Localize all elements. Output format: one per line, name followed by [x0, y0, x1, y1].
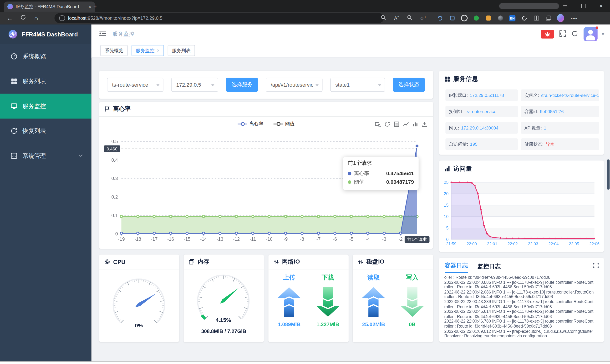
card-header: CPU — [99, 255, 179, 269]
info-field-total-visits: 总访问量:195 — [445, 138, 518, 150]
breadcrumb[interactable]: 服务监控 — [112, 31, 134, 38]
memory-icon — [189, 259, 194, 264]
legend-item-eccentricity[interactable]: 离心率 — [238, 120, 264, 127]
read-aloud-icon[interactable]: A^ — [390, 15, 403, 21]
logs-fullscreen-button[interactable] — [593, 263, 599, 270]
svg-text:22:02: 22:02 — [508, 241, 518, 246]
address-tools: A^ ☆+ — [377, 12, 429, 25]
sphere-extension-icon[interactable] — [497, 14, 504, 21]
fullscreen-icon — [559, 30, 566, 37]
app-logo-icon — [8, 29, 18, 39]
sidebar-item-overview[interactable]: 系统概览 — [0, 44, 92, 69]
caret-down-icon — [211, 84, 215, 86]
address-bar[interactable]: i localhost:9528/#/monitor/index?ip=172.… — [54, 13, 384, 23]
sidebar-logo[interactable]: FFR4MS DashBoard — [0, 25, 92, 44]
svg-text:0%: 0% — [135, 322, 143, 328]
tab-close-icon[interactable]: × — [88, 4, 91, 10]
card-header: 访问量 — [439, 160, 604, 177]
avatar-caret-icon[interactable] — [601, 33, 605, 36]
swirl-extension-icon[interactable] — [521, 14, 528, 21]
browser-titlebar: 服务监控 - FFR4MS DashBoard × + × — [0, 0, 610, 12]
browser-profile-avatar[interactable] — [557, 14, 564, 21]
eccentricity-card: 离心率 离心率 阈值 00.10.20.30.40.5-19-18-17-16-… — [99, 102, 433, 249]
card-header: 网络IO — [269, 255, 349, 269]
svg-text:-16: -16 — [167, 236, 174, 242]
tag-overview[interactable]: 系统概览 — [100, 45, 127, 56]
info-field-gateway: 网关:172.29.0.14:30004 — [445, 122, 518, 134]
favorites-icon[interactable]: ☆+ — [416, 15, 430, 21]
visual-search-icon[interactable] — [377, 14, 390, 21]
browser-menu-button[interactable]: ••• — [571, 15, 578, 21]
tab-title: 服务监控 - FFR4MS DashBoard — [15, 4, 86, 10]
data-zoom-icon[interactable] — [375, 121, 381, 127]
card-header: 磁盘IO — [353, 255, 433, 269]
svg-text:25: 25 — [444, 180, 448, 185]
service-select[interactable]: ts-route-service — [107, 78, 163, 92]
ime-language-badge[interactable]: EN — [509, 14, 516, 21]
back-button[interactable]: ← — [3, 14, 16, 21]
upload-arrow-icon — [277, 286, 301, 318]
tab-monitor-logs[interactable]: 监控日志 — [477, 263, 501, 273]
select-state-button[interactable]: 选择状态 — [393, 78, 425, 92]
tag-close-icon[interactable]: × — [157, 48, 159, 53]
new-tab-button[interactable]: + — [94, 3, 97, 9]
write-arrow-icon — [400, 286, 425, 318]
split-screen-icon[interactable] — [533, 14, 540, 21]
record-extension-icon[interactable] — [461, 14, 468, 21]
square-extension-icon[interactable] — [448, 14, 455, 21]
sidebar-item-recovery-list[interactable]: 恢复列表 — [0, 118, 92, 143]
home-button[interactable]: ⌂ — [29, 14, 43, 21]
sidebar-item-system-admin[interactable]: 系统管理 — [0, 143, 92, 168]
page-scrollbar-thumb[interactable] — [607, 159, 610, 190]
download-column: 下载 1.227MiB — [310, 269, 346, 327]
save-image-icon[interactable] — [422, 121, 427, 127]
error-log-button[interactable] — [541, 30, 554, 39]
window-minimize-button[interactable] — [556, 0, 574, 12]
window-close-button[interactable]: × — [592, 0, 610, 12]
caret-down-icon — [315, 84, 319, 86]
log-output[interactable]: oller : Route id: f3d4d4ef-693b-4456-8ee… — [439, 273, 604, 340]
refresh-cycle-icon — [11, 128, 17, 134]
bar-chart-icon[interactable] — [412, 121, 418, 127]
read-value: 25.02MiB — [362, 321, 385, 327]
state-select[interactable]: state1 — [330, 78, 385, 92]
sidebar-item-label: 恢复列表 — [23, 127, 46, 135]
green-extension-icon[interactable] — [473, 14, 480, 21]
log-line: 2022-08-22 22:00:45.614 INFO 1 --- [io-1… — [444, 309, 598, 314]
user-avatar[interactable] — [583, 27, 598, 41]
api-select[interactable]: /api/v1/routeservic — [266, 78, 322, 92]
browser-tab[interactable]: 服务监控 - FFR4MS DashBoard × — [4, 2, 95, 12]
sidebar-toggle-button[interactable] — [99, 30, 106, 38]
undo-extension-icon[interactable] — [436, 14, 443, 21]
log-line: 2022-08-22 22:00:46.780 INFO 1 --- [io-1… — [444, 319, 598, 324]
ip-select[interactable]: 172.29.0.5 — [171, 78, 218, 92]
select-service-button[interactable]: 选择服务 — [226, 78, 258, 92]
upload-column: 上传 1.089MiB — [271, 269, 307, 327]
svg-text:0.1: 0.1 — [111, 213, 118, 218]
tab-container-logs[interactable]: 容器日志 — [445, 262, 468, 273]
svg-text:-10: -10 — [266, 236, 272, 242]
sidebar-item-service-list[interactable]: 服务列表 — [0, 69, 92, 93]
circle-icon — [461, 15, 468, 21]
refresh-button[interactable] — [571, 30, 578, 38]
zoom-icon[interactable] — [403, 14, 416, 21]
yellow-extension-icon[interactable] — [485, 14, 492, 21]
svg-text:-6: -6 — [333, 236, 337, 242]
extensions-area: EN ••• — [434, 12, 578, 25]
reload-button[interactable] — [16, 14, 30, 22]
tag-service-list[interactable]: 服务列表 — [168, 45, 195, 56]
collections-icon[interactable] — [545, 14, 552, 21]
data-view-icon[interactable] — [394, 121, 399, 127]
legend-item-threshold[interactable]: 阈值 — [273, 120, 295, 127]
site-info-icon[interactable]: i — [59, 15, 65, 21]
fullscreen-button[interactable] — [559, 30, 566, 38]
tooltip-row: 离心率 0.47545641 — [348, 169, 414, 178]
window-maximize-button[interactable] — [574, 0, 592, 12]
line-chart-icon[interactable] — [403, 121, 409, 127]
sidebar-item-service-monitor[interactable]: 服务监控 — [0, 93, 92, 118]
tag-service-monitor[interactable]: 服务监控× — [132, 45, 164, 56]
memory-card: 内存 4.15% 308.8MiB / 7.27GiB — [184, 255, 264, 342]
eccentricity-chart[interactable]: 00.10.20.30.40.5-19-18-17-16-15-14-13-12… — [104, 132, 431, 249]
restore-icon[interactable] — [384, 121, 390, 127]
traffic-chart[interactable]: 051015202521:5922:0022:0122:0222:0322:04… — [441, 177, 601, 249]
